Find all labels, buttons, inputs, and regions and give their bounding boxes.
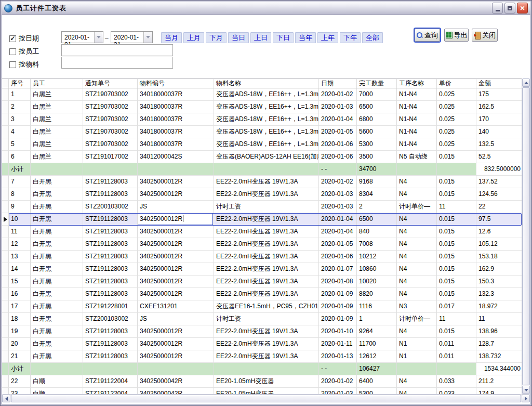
vertical-scrollbar[interactable] xyxy=(522,78,530,394)
cell-proc[interactable]: N4 xyxy=(397,176,437,188)
cell-amount[interactable]: 22 xyxy=(476,201,522,213)
cell-date[interactable]: 2020-01-11 xyxy=(319,338,357,350)
cell-notice[interactable]: STZ191128003 xyxy=(83,188,138,201)
cell-emp[interactable]: 白开黑 xyxy=(31,350,83,363)
cell-qty[interactable]: 9168 xyxy=(357,176,397,188)
cell-name[interactable]: EE20-1.05mH变压器 xyxy=(214,375,319,388)
cell-qty[interactable]: 9264 xyxy=(357,325,397,338)
cell-name[interactable]: EE22-2.0mH变压器 19V/1.3A xyxy=(214,188,319,201)
table-row[interactable]: 8白开黑STZ19112800334025000012REE22-2.0mH变压… xyxy=(2,188,522,201)
cell-no[interactable]: 21 xyxy=(9,350,31,363)
cell-notice[interactable] xyxy=(83,363,138,375)
cell-proc[interactable]: N1-N4 xyxy=(397,113,437,126)
cell-no[interactable]: 14 xyxy=(9,263,31,276)
cell-amount[interactable]: 128.7 xyxy=(476,338,522,350)
cell-mat[interactable]: 34025000012R xyxy=(138,213,214,226)
cell-emp[interactable]: 白黑兰 xyxy=(31,126,83,138)
cell-emp[interactable]: 白黑兰 xyxy=(31,88,83,101)
cell-emp[interactable]: 白顺 xyxy=(31,375,83,388)
scroll-left-button[interactable] xyxy=(2,395,10,402)
cell-qty[interactable]: 106427 xyxy=(357,363,397,375)
cell-qty[interactable]: 6800 xyxy=(357,113,397,126)
cell-emp[interactable]: 白开黑 xyxy=(31,288,83,300)
cell-qty[interactable]: 7000 xyxy=(357,88,397,101)
cell-notice[interactable]: STZ191122004 xyxy=(83,375,138,388)
cell-no[interactable]: 13 xyxy=(9,251,31,263)
cell-name[interactable] xyxy=(214,163,319,176)
cell-proc[interactable]: N4 xyxy=(397,375,437,388)
cell-emp[interactable]: 白黑兰 xyxy=(31,101,83,113)
cell-proc[interactable]: N1-N4 xyxy=(397,88,437,101)
cell-amount[interactable]: 137.52 xyxy=(476,176,522,188)
cell-mat[interactable]: 34018000037R xyxy=(138,126,214,138)
cell-notice[interactable]: STZ190703002 xyxy=(83,101,138,113)
scroll-right-button[interactable] xyxy=(522,395,530,402)
cell-price[interactable]: 0.015 xyxy=(437,263,476,276)
cell-emp[interactable]: 白开黑 xyxy=(31,300,83,313)
cell-proc[interactable]: N4 xyxy=(397,226,437,238)
cell-proc[interactable]: N4 xyxy=(397,325,437,338)
column-header-amount[interactable]: 金额 xyxy=(476,79,522,88)
cell-name[interactable]: EE20-1.05mH变压器 xyxy=(214,388,319,394)
scroll-down-button[interactable] xyxy=(522,386,530,394)
cell-emp[interactable]: 白开黑 xyxy=(31,176,83,188)
cell-price[interactable]: 0.015 xyxy=(437,188,476,201)
cell-qty[interactable]: 1 xyxy=(357,313,397,325)
cell-name[interactable]: EE22-2.0mH变压器 19V/1.3A xyxy=(214,213,319,226)
cell-emp[interactable]: 白开黑 xyxy=(31,251,83,263)
cell-price[interactable]: 0.011 xyxy=(437,338,476,350)
cell-notice[interactable]: STZ191128003 xyxy=(83,176,138,188)
cell-qty[interactable]: 5600 xyxy=(357,126,397,138)
table-row[interactable]: 9白开黑STZ200103002JS计时工资2020-01-032计时单价—11… xyxy=(2,201,522,213)
cell-date[interactable]: 2020-01-04 xyxy=(319,226,357,238)
cell-name[interactable] xyxy=(214,363,319,375)
cell-price[interactable]: 0.015 xyxy=(437,251,476,263)
cell-amount[interactable]: 138.732 xyxy=(476,350,522,363)
cell-emp[interactable]: 白黑兰 xyxy=(31,113,83,126)
cell-mat[interactable]: 34025000012R xyxy=(138,226,214,238)
cell-mat[interactable]: 34018000037R xyxy=(138,138,214,151)
filter-by-employee[interactable]: 按员工 xyxy=(9,47,39,56)
cell-amount[interactable]: 97.5 xyxy=(476,213,522,226)
cell-amount[interactable]: 140 xyxy=(476,126,522,138)
quick-link-10[interactable]: 全部 xyxy=(362,32,383,43)
cell-name[interactable]: 变压器ADS-18W，EE16++，L=1.3mm xyxy=(214,126,319,138)
cell-price[interactable]: 0.025 xyxy=(437,126,476,138)
cell-mat[interactable]: 34018000037R xyxy=(138,101,214,113)
cell-date[interactable]: 2020-01-10 xyxy=(319,325,357,338)
filter-by-date[interactable]: ✓ 按日期 xyxy=(9,34,39,43)
cell-amount[interactable]: 18.972 xyxy=(476,300,522,313)
cell-name[interactable]: EE22-2.0mH变压器 19V/1.3A xyxy=(214,251,319,263)
cell-mat[interactable]: 34025000012R xyxy=(138,238,214,251)
cell-notice[interactable]: STZ191128003 xyxy=(83,251,138,263)
cell-qty[interactable]: 10212 xyxy=(357,251,397,263)
cell-price[interactable]: 0.015 xyxy=(437,151,476,163)
cell-amount[interactable]: 153.18 xyxy=(476,251,522,263)
cell-name[interactable]: EE22-2.0mH变压器 19V/1.3A xyxy=(214,288,319,300)
cell-mat[interactable]: 34012000042S xyxy=(138,151,214,163)
cell-date[interactable]: 2020-01-04 xyxy=(319,213,357,226)
cell-proc[interactable]: N4 xyxy=(397,188,437,201)
cell-date[interactable]: 2020-01-09 xyxy=(319,313,357,325)
quick-link-5[interactable]: 上日 xyxy=(250,32,271,43)
cell-proc[interactable]: N5 自动绕 xyxy=(397,151,437,163)
cell-notice[interactable]: STZ191122004 xyxy=(83,388,138,394)
cell-no[interactable]: 22 xyxy=(9,375,31,388)
cell-date[interactable]: 2020-01-05 xyxy=(319,238,357,251)
cell-emp[interactable]: 白开黑 xyxy=(31,201,83,213)
column-header-emp[interactable]: 员工 xyxy=(31,79,83,88)
cell-notice[interactable]: STZ191128003 xyxy=(83,263,138,276)
cell-qty[interactable]: 8304 xyxy=(357,188,397,201)
cell-price[interactable]: 0.015 xyxy=(437,288,476,300)
cell-name[interactable]: 变压器EE16-1.5mH，PC95，CZH01 xyxy=(214,300,319,313)
cell-emp[interactable] xyxy=(31,363,83,375)
cell-qty[interactable]: 12612 xyxy=(357,350,397,363)
cell-name[interactable]: EE22-2.0mH变压器 19V/1.3A xyxy=(214,263,319,276)
cell-proc[interactable]: N3 xyxy=(397,300,437,313)
cell-proc[interactable]: N4 xyxy=(397,251,437,263)
cell-notice[interactable]: STZ190703002 xyxy=(83,126,138,138)
table-row[interactable]: 15白开黑STZ19112800334025000012REE22-2.0mH变… xyxy=(2,276,522,288)
scroll-up-button[interactable] xyxy=(522,78,530,87)
cell-emp[interactable]: 白开黑 xyxy=(31,238,83,251)
cell-no[interactable]: 7 xyxy=(9,176,31,188)
